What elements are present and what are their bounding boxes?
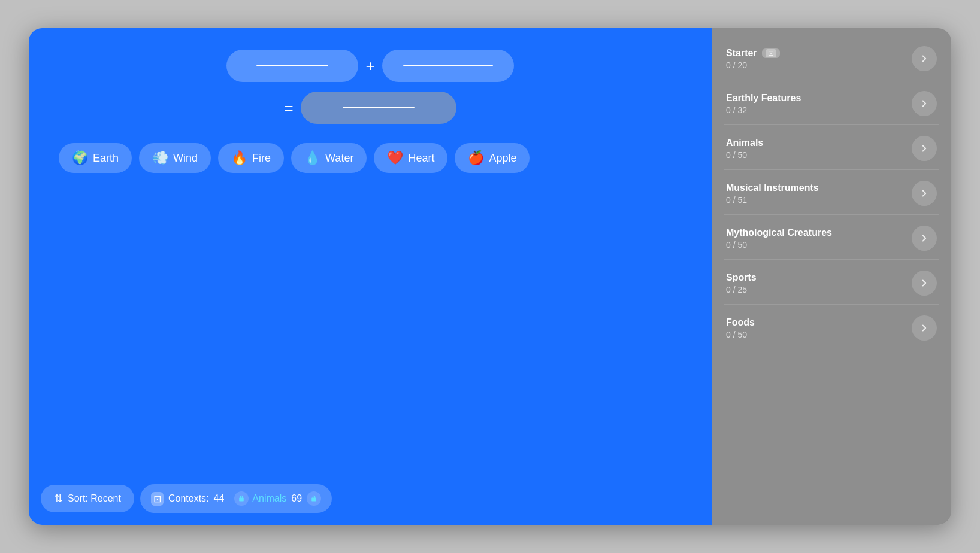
category-row-musical-instruments: Musical Instruments0 / 51 (724, 172, 939, 215)
bottom-input-row: = (284, 92, 456, 124)
category-info-animals: Animals0 / 50 (726, 138, 912, 160)
app-container: + = 🌍Earth💨Wind🔥Fire💧Water❤️Heart🍎Apple … (29, 28, 951, 525)
category-title-text-foods: Foods (726, 317, 755, 328)
fire-label: Fire (252, 152, 271, 165)
category-row-earthly-features: Earthly Features0 / 32 (724, 83, 939, 125)
contexts-separator (229, 493, 229, 505)
category-info-starter: Starter⊡0 / 20 (726, 48, 912, 70)
category-row-mythological-creatures: Mythological Creatures0 / 50 (724, 217, 939, 260)
category-row-starter: Starter⊡0 / 20 (724, 38, 939, 80)
sort-label: Sort: Recent (68, 493, 121, 504)
plus-sign: + (365, 57, 374, 75)
left-panel: + = 🌍Earth💨Wind🔥Fire💧Water❤️Heart🍎Apple … (29, 28, 712, 525)
wind-label: Wind (173, 152, 198, 165)
element-pill-wind[interactable]: 💨Wind (139, 143, 211, 173)
elements-grid: 🌍Earth💨Wind🔥Fire💧Water❤️Heart🍎Apple (53, 143, 688, 173)
category-nav-btn-animals[interactable] (912, 136, 937, 161)
category-title-foods: Foods (726, 317, 912, 328)
category-title-animals: Animals (726, 138, 912, 148)
right-panel: Starter⊡0 / 20Earthly Features0 / 32Anim… (712, 28, 951, 525)
category-nav-btn-sports[interactable] (912, 271, 937, 296)
category-progress-animals: 0 / 50 (726, 150, 912, 160)
category-progress-earthly-features: 0 / 32 (726, 105, 912, 115)
category-info-earthly-features: Earthly Features0 / 32 (726, 93, 912, 115)
earth-emoji: 🌍 (72, 150, 88, 166)
apple-label: Apple (489, 152, 516, 165)
heart-label: Heart (408, 152, 434, 165)
category-title-text-earthly-features: Earthly Features (726, 93, 801, 104)
equals-sign: = (284, 99, 293, 117)
category-info-musical-instruments: Musical Instruments0 / 51 (726, 183, 912, 205)
category-title-text-sports: Sports (726, 272, 757, 283)
category-info-sports: Sports0 / 25 (726, 272, 912, 294)
apple-emoji: 🍎 (468, 150, 484, 166)
category-title-text-starter: Starter (726, 48, 757, 59)
water-emoji: 💧 (304, 150, 320, 166)
contexts-label: Contexts: (168, 493, 209, 504)
category-info-mythological-creatures: Mythological Creatures0 / 50 (726, 227, 912, 250)
element-pill-apple[interactable]: 🍎Apple (455, 143, 530, 173)
result-slot[interactable] (301, 92, 456, 124)
context-count-left: 44 (214, 493, 225, 504)
category-title-musical-instruments: Musical Instruments (726, 183, 912, 193)
fire-emoji: 🔥 (231, 150, 247, 166)
category-title-text-animals: Animals (726, 138, 763, 148)
category-title-sports: Sports (726, 272, 912, 283)
sort-button[interactable]: ⇅ Sort: Recent (41, 485, 134, 512)
category-progress-sports: 0 / 25 (726, 285, 912, 294)
category-row-animals: Animals0 / 50 (724, 127, 939, 170)
category-nav-btn-mythological-creatures[interactable] (912, 226, 937, 251)
lock-icon-left (234, 491, 249, 506)
element-pill-water[interactable]: 💧Water (291, 143, 367, 173)
category-title-starter: Starter⊡ (726, 48, 912, 59)
category-nav-btn-musical-instruments[interactable] (912, 181, 937, 206)
category-progress-musical-instruments: 0 / 51 (726, 195, 912, 205)
category-row-sports: Sports0 / 25 (724, 262, 939, 305)
earth-label: Earth (93, 152, 119, 165)
category-nav-btn-earthly-features[interactable] (912, 91, 937, 116)
category-title-text-mythological-creatures: Mythological Creatures (726, 227, 832, 238)
category-progress-starter: 0 / 20 (726, 60, 912, 70)
heart-emoji: ❤️ (387, 150, 403, 166)
right-input-underline (403, 65, 493, 66)
category-title-text-musical-instruments: Musical Instruments (726, 183, 819, 193)
element-pill-earth[interactable]: 🌍Earth (59, 143, 132, 173)
category-row-foods: Foods0 / 50 (724, 307, 939, 349)
category-nav-btn-foods[interactable] (912, 315, 937, 341)
water-label: Water (325, 152, 353, 165)
combine-area: + = (53, 50, 688, 124)
top-inputs: + (226, 50, 513, 82)
left-input-underline (256, 65, 328, 66)
context-icon: ⊡ (151, 492, 164, 506)
category-title-mythological-creatures: Mythological Creatures (726, 227, 912, 238)
context-lock[interactable]: Animals (234, 491, 286, 506)
result-underline (343, 107, 415, 108)
context-name: Animals (252, 493, 286, 504)
sort-icon: ⇅ (54, 492, 63, 505)
element-pill-fire[interactable]: 🔥Fire (218, 143, 284, 173)
element-pill-heart[interactable]: ❤️Heart (374, 143, 447, 173)
left-input-slot[interactable] (226, 50, 358, 82)
bottom-bar: ⇅ Sort: Recent ⊡ Contexts: 44 Animals 69 (41, 484, 700, 513)
category-nav-btn-starter[interactable] (912, 46, 937, 71)
category-info-foods: Foods0 / 50 (726, 317, 912, 339)
category-title-earthly-features: Earthly Features (726, 93, 912, 104)
category-badge-starter: ⊡ (762, 48, 780, 58)
lock-icon-right (307, 491, 321, 506)
context-count-right: 69 (291, 493, 302, 504)
wind-emoji: 💨 (152, 150, 168, 166)
category-progress-foods: 0 / 50 (726, 330, 912, 339)
category-progress-mythological-creatures: 0 / 50 (726, 240, 912, 250)
right-input-slot[interactable] (382, 50, 514, 82)
contexts-button[interactable]: ⊡ Contexts: 44 Animals 69 (140, 484, 332, 513)
